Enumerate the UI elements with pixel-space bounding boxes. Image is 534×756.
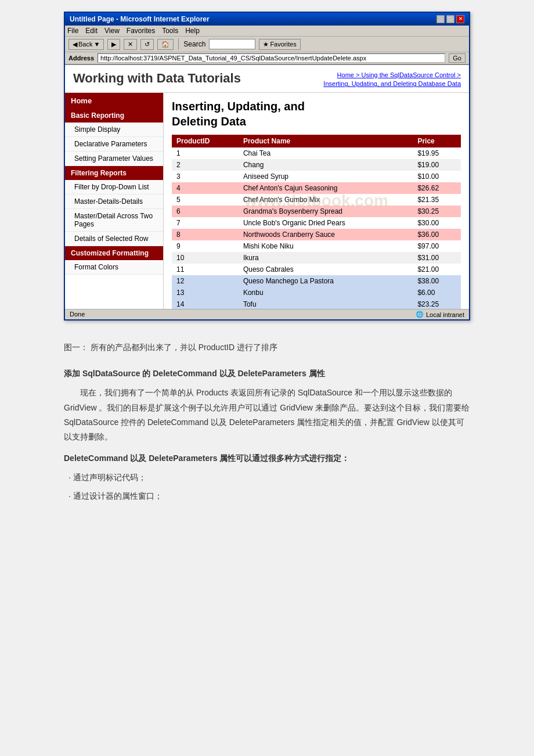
text-content: 图一： 所有的产品都列出来了，并以 ProductID 进行了排序 添加 Sql… [64,334,470,513]
cell-productid: 2 [172,159,239,171]
table-row[interactable]: 5 Chef Anton's Gumbo Mix $21.35 [172,194,461,206]
page-content: Working with Data Tutorials Home > Using… [65,65,469,309]
menu-file[interactable]: File [67,27,78,35]
cell-productid: 11 [172,264,239,275]
cell-price: $31.00 [413,252,461,264]
table-row[interactable]: 10 Ikura $31.00 [172,252,461,264]
sidebar-item-declarative-parameters[interactable]: Declarative Parameters [65,137,163,152]
cell-price: $97.00 [413,240,461,252]
cell-productname: Queso Cabrales [239,264,413,275]
cell-price: $38.00 [413,275,461,287]
section-title-1: 添加 SqlDataSource 的 DeleteCommand 以及 Dele… [64,366,470,381]
cell-productname: Northwoods Cranberry Sauce [239,229,413,240]
cell-productname: Grandma's Boysenberry Spread [239,206,413,217]
cell-productid: 8 [172,229,239,240]
address-bar: Address Go [65,52,469,65]
menu-favorites[interactable]: Favorites [127,27,155,35]
bullet-1: · 通过声明标记代码； [68,470,470,485]
cell-productname: Ikura [239,252,413,264]
table-row[interactable]: 14 Tofu $23.25 [172,298,461,309]
cell-price: $23.25 [413,298,461,309]
back-arrow-icon: ◀ [73,41,77,48]
cell-productid: 13 [172,287,239,298]
forward-button[interactable]: ▶ [107,39,120,50]
cell-productname: Konbu [239,287,413,298]
site-title: Working with Data Tutorials [73,71,241,86]
address-label: Address [68,55,94,62]
page-header: Working with Data Tutorials Home > Using… [65,65,469,93]
menu-help[interactable]: Help [185,27,200,35]
table-row[interactable]: 1 Chai Tea $19.95 [172,147,461,159]
status-left: Done [70,311,85,318]
close-button[interactable]: ✕ [456,15,464,23]
table-row[interactable]: 6 Grandma's Boysenberry Spread $30.25 [172,206,461,217]
minimize-button[interactable]: _ [436,15,445,23]
col-header-price: Price [413,135,461,147]
cell-price: $30.25 [413,206,461,217]
globe-icon: 🌐 [416,311,424,318]
cell-productname: Chef Anton's Gumbo Mix [239,194,413,206]
paragraph-1: 现在，我们拥有了一个简单的从 Products 表返回所有记录的 SqlData… [64,386,470,444]
cell-productid: 14 [172,298,239,309]
sidebar-item-details-selected-row[interactable]: Details of Selected Row [65,232,163,246]
table-row[interactable]: 7 Uncle Bob's Organic Dried Pears $30.00 [172,217,461,229]
sidebar-item-filter-dropdown[interactable]: Filter by Drop-Down List [65,180,163,195]
sidebar-item-format-colors[interactable]: Format Colors [65,260,163,275]
dropdown-icon: ▼ [93,41,100,48]
status-right-text: Local intranet [426,311,464,318]
menu-view[interactable]: View [104,27,120,35]
sidebar: Home Basic Reporting Simple Display Decl… [65,93,164,309]
table-row[interactable]: 4 Chef Anton's Cajun Seasoning $26.62 [172,182,461,194]
menu-edit[interactable]: Edit [85,27,98,35]
home-browser-button[interactable]: 🏠 [157,39,174,50]
status-right: 🌐 Local intranet [416,311,464,318]
sidebar-item-master-detail-two-pages[interactable]: Master/Detail Across Two Pages [65,209,163,232]
go-button[interactable]: Go [449,53,466,63]
cell-productid: 3 [172,171,239,182]
table-row[interactable]: 11 Queso Cabrales $21.00 [172,264,461,275]
sidebar-section-customized-formatting: Customized Formatting [65,246,163,260]
page-body: Home Basic Reporting Simple Display Decl… [65,93,469,309]
menu-bar: File Edit View Favorites Tools Help [65,26,469,37]
cell-price: $19.95 [413,147,461,159]
maximize-button[interactable]: □ [446,15,454,23]
cell-productname: Mishi Kobe Niku [239,240,413,252]
search-input[interactable] [209,39,255,49]
sidebar-home-item[interactable]: Home [65,93,163,109]
address-input[interactable] [98,53,445,63]
table-row[interactable]: 8 Northwoods Cranberry Sauce $36.00 [172,229,461,240]
cell-price: $36.00 [413,229,461,240]
cell-price: $10.00 [413,171,461,182]
favorites-button[interactable]: ★ Favorites [259,39,300,50]
sidebar-item-setting-parameter-values[interactable]: Setting Parameter Values [65,152,163,166]
cell-price: $21.00 [413,264,461,275]
toolbar: ◀ Back ▼ ▶ ✕ ↺ 🏠 Search ★ Favorites [65,37,469,52]
cell-productname: Tofu [239,298,413,309]
table-row[interactable]: 3 Aniseed Syrup $10.00 [172,171,461,182]
status-bar: Done 🌐 Local intranet [65,309,469,319]
cell-productname: Chef Anton's Cajun Seasoning [239,182,413,194]
cell-productname: Uncle Bob's Organic Dried Pears [239,217,413,229]
cell-productid: 5 [172,194,239,206]
breadcrumb[interactable]: Home > Using the SqlDataSource Control >… [310,71,461,89]
figure-caption: 图一： 所有的产品都列出来了，并以 ProductID 进行了排序 [64,340,470,355]
cell-productid: 4 [172,182,239,194]
cell-productname: Chang [239,159,413,171]
sidebar-item-simple-display[interactable]: Simple Display [65,123,163,137]
sidebar-section-filtering-reports: Filtering Reports [65,166,163,180]
window-controls: _ □ ✕ [436,15,464,23]
table-row[interactable]: 12 Queso Manchego La Pastora $38.00 [172,275,461,287]
cell-productname: Aniseed Syrup [239,171,413,182]
table-row[interactable]: 13 Konbu $6.00 [172,287,461,298]
table-row[interactable]: 9 Mishi Kobe Niku $97.00 [172,240,461,252]
col-header-productname: Product Name [239,135,413,147]
cell-price: $30.00 [413,217,461,229]
section-title-2: DeleteCommand 以及 DeleteParameters 属性可以通过… [64,451,470,466]
table-row[interactable]: 2 Chang $19.00 [172,159,461,171]
stop-button[interactable]: ✕ [124,39,137,50]
refresh-button[interactable]: ↺ [140,39,154,50]
cell-productname: Chai Tea [239,147,413,159]
menu-tools[interactable]: Tools [162,27,178,35]
back-button[interactable]: ◀ Back ▼ [68,39,104,50]
sidebar-item-master-details[interactable]: Master-Details-Details [65,195,163,209]
